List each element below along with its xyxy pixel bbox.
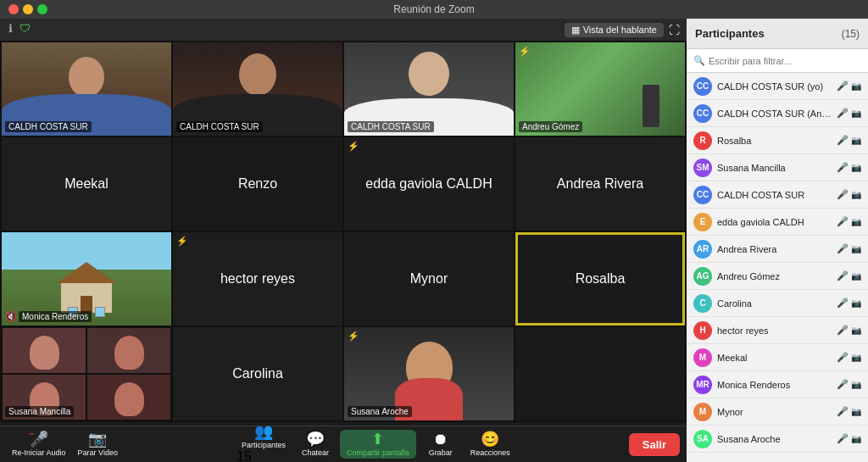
chat-label: Chatear <box>302 448 329 457</box>
cam-status-icon: 📷 <box>851 109 861 118</box>
video-grid: CALDH COSTA SUR CALDH COSTA SUR CALDH CO… <box>0 41 687 422</box>
cam-status-icon: 📷 <box>851 271 861 281</box>
participant-name-1: CALDH COSTA SUR (Anfitrión) <box>717 109 832 119</box>
mic-status-icon: 🎤 <box>837 81 849 92</box>
mic-status-icon: 🎤 <box>837 433 849 444</box>
minimize-button[interactable] <box>23 4 33 14</box>
mic-status-icon: 🎤 <box>837 243 849 254</box>
info-icon: ℹ <box>8 22 13 35</box>
video-cell-renzo: Renzo <box>173 137 342 231</box>
participant-name-7: Andreu Gómez <box>717 271 832 281</box>
video-cell-monica: 🔇 Monica Renderos <box>2 232 171 326</box>
cam-status-icon: 📷 <box>851 353 861 362</box>
participant-row-0[interactable]: CCCALDH COSTA SUR (yo)🎤📷 <box>687 73 868 100</box>
participant-icons-8: 🎤📷 <box>837 298 861 309</box>
participant-row-11[interactable]: MRMonica Renderos🎤📷 <box>687 371 868 398</box>
search-icon: 🔍 <box>693 55 705 66</box>
lightning-icon-aroche: ⚡ <box>348 331 359 342</box>
panel-search: 🔍 <box>687 49 868 73</box>
label-edda: edda gaviola CALDH <box>365 176 492 192</box>
record-icon: ⏺ <box>433 431 448 447</box>
name-tag-caldh3: CALDH COSTA SUR <box>348 121 434 132</box>
participant-row-10[interactable]: MMeekal🎤📷 <box>687 344 868 371</box>
maximize-button[interactable] <box>37 4 47 14</box>
share-icon: ⬆ <box>371 431 384 447</box>
participant-icons-2: 🎤📷 <box>837 135 861 146</box>
participant-name-3: Susana Mancilla <box>717 163 832 173</box>
participant-row-12[interactable]: MMynor🎤📷 <box>687 398 868 426</box>
participants-list: CCCALDH COSTA SUR (yo)🎤📷CCCALDH COSTA SU… <box>687 73 868 462</box>
participant-icons-6: 🎤📷 <box>837 243 861 254</box>
participant-row-9[interactable]: Hhector reyes🎤📷 <box>687 317 868 344</box>
traffic-lights <box>8 4 47 14</box>
participant-name-4: CALDH COSTA SUR <box>717 190 832 200</box>
mic-status-icon: 🎤 <box>837 108 849 119</box>
participant-row-1[interactable]: CCCALDH COSTA SUR (Anfitrión)🎤📷 <box>687 100 868 127</box>
video-label: Parar Video <box>78 448 118 457</box>
cam-status-icon: 📷 <box>851 407 861 416</box>
participant-row-5[interactable]: Eedda gaviola CALDH🎤📷 <box>687 209 868 236</box>
video-cell-edda: edda gaviola CALDH ⚡ <box>344 137 514 231</box>
cam-status-icon: 📷 <box>851 81 861 91</box>
label-mynor: Mynor <box>410 271 448 287</box>
participant-avatar-6: AR <box>693 240 712 259</box>
audio-button[interactable]: 🎤⁻ Re-Iniciar Audio <box>7 431 71 457</box>
participant-avatar-12: M <box>693 403 712 421</box>
participants-label: Participantes <box>242 441 286 449</box>
video-cell-empty <box>515 327 685 420</box>
video-button[interactable]: 📷 Parar Video <box>73 431 123 457</box>
window-title: Reunión de Zoom <box>393 3 474 15</box>
name-tag-monica: Monica Renderos <box>19 311 92 322</box>
chat-button[interactable]: 💬 Chatear <box>294 431 337 457</box>
participant-icons-4: 🎤📷 <box>837 189 861 200</box>
close-button[interactable] <box>8 4 19 14</box>
participant-name-11: Monica Renderos <box>717 380 832 390</box>
participant-row-3[interactable]: SMSusana Mancilla🎤📷 <box>687 154 868 181</box>
participant-avatar-9: H <box>693 321 712 340</box>
participant-avatar-1: CC <box>693 104 712 123</box>
participant-avatar-2: R <box>693 131 712 150</box>
search-input[interactable] <box>709 56 861 66</box>
panel-count: (15) <box>842 28 860 40</box>
view-speaker-button[interactable]: ▦ Vista del hablante <box>565 23 664 37</box>
participants-badge: 15 <box>236 449 252 462</box>
participant-row-13[interactable]: SASusana Aroche🎤📷 <box>687 426 868 453</box>
video-cell-andreu: Andreu Gómez ⚡ <box>515 42 685 136</box>
participant-avatar-5: E <box>693 213 712 231</box>
participant-name-5: edda gaviola CALDH <box>717 217 832 227</box>
participant-name-2: Rosalba <box>717 136 832 146</box>
video-cell-andrea: Andrea Rivera <box>515 137 685 231</box>
participant-icons-5: 🎤📷 <box>837 216 861 227</box>
name-tag-andreu: Andreu Gómez <box>519 121 582 132</box>
video-cell-mynor: Mynor <box>344 232 514 326</box>
participant-icons-13: 🎤📷 <box>837 433 861 444</box>
share-button[interactable]: ⬆ Compartir pantalla <box>340 430 416 459</box>
participants-button[interactable]: 👥 Participantes <box>236 424 291 449</box>
participant-icons-0: 🎤📷 <box>837 81 861 92</box>
participant-avatar-8: C <box>693 294 712 313</box>
salir-button[interactable]: Salir <box>629 433 680 456</box>
video-topbar: ▦ Vista del hablante ⛶ <box>0 19 687 41</box>
lightning-icon-andreu: ⚡ <box>519 46 531 57</box>
participant-icons-10: 🎤📷 <box>837 352 861 363</box>
view-label: Vista del hablante <box>583 25 657 35</box>
mic-status-icon: 🎤 <box>837 379 849 390</box>
reactions-icon: 😊 <box>481 431 499 447</box>
participant-row-2[interactable]: RRosalba🎤📷 <box>687 127 868 154</box>
participant-row-7[interactable]: AGAndreu Gómez🎤📷 <box>687 263 868 290</box>
record-button[interactable]: ⏺ Grabar <box>420 431 462 457</box>
fullscreen-icon[interactable]: ⛶ <box>669 24 680 36</box>
info-bar: ℹ 🛡 <box>0 19 39 37</box>
cam-status-icon: 📷 <box>851 434 861 443</box>
label-renzo: Renzo <box>238 176 277 192</box>
participant-avatar-0: CC <box>693 77 712 96</box>
titlebar: Reunión de Zoom <box>0 0 868 19</box>
participant-icons-9: 🎤📷 <box>837 325 861 336</box>
participant-row-8[interactable]: CCarolina🎤📷 <box>687 290 868 317</box>
participant-icons-1: 🎤📷 <box>837 108 861 119</box>
mute-icon-monica: 🔇 <box>5 311 17 322</box>
participant-row-6[interactable]: ARAndrea Rivera🎤📷 <box>687 236 868 263</box>
participant-row-4[interactable]: CCCALDH COSTA SUR🎤📷 <box>687 181 868 209</box>
reactions-button[interactable]: 😊 Reacciones <box>465 431 515 457</box>
cam-status-icon: 📷 <box>851 163 861 172</box>
